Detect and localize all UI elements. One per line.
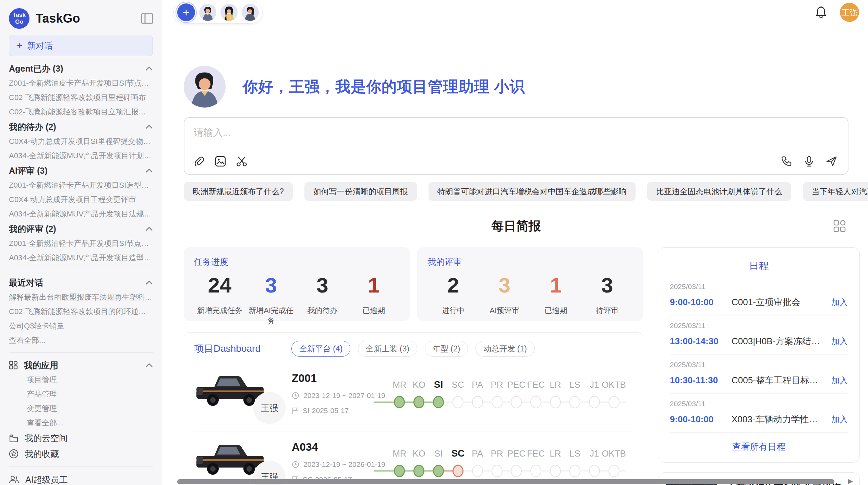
suggestion-chip[interactable]: 特朗普可能对进口汽车增税会对中国车企造成哪些影响 — [429, 182, 636, 201]
section-ai-review[interactable]: AI评审 (3) — [9, 163, 153, 178]
metric: 3 我的待办 — [297, 273, 348, 326]
join-link[interactable]: 加入 — [831, 297, 848, 308]
app-item[interactable]: 查看全部... — [9, 416, 153, 430]
milestone-label: KO — [409, 448, 429, 463]
milestone-dot — [453, 396, 463, 408]
sidebar-task-item[interactable]: C0X4-动力总成开发项目SI里程碑提交物检查 — [9, 134, 153, 149]
composer[interactable]: 请输入... — [184, 117, 848, 175]
sidebar-task-item[interactable]: Z001-全新燃油皮卡产品开发项目SI节点Lesson Learn报告 — [9, 76, 153, 90]
recent-chat-item[interactable]: C02-飞腾新能源轻客改款项目的闭环通告反馈情况 — [9, 304, 153, 319]
milestone: PR — [487, 379, 507, 410]
section-my-apps[interactable]: 我的应用 — [9, 358, 153, 373]
sidebar-item-ai-staff[interactable]: AI超级员工 — [9, 472, 153, 485]
app-item[interactable]: 变更管理 — [9, 401, 153, 416]
join-link[interactable]: 加入 — [831, 375, 848, 386]
dashboard-title: 项目Dashboard — [194, 342, 261, 355]
topbar: + 王强 — [162, 0, 868, 25]
milestone: PEC — [507, 448, 526, 479]
dashboard-tab[interactable]: 动总开发 (1) — [475, 341, 535, 357]
project-row-a034[interactable]: 王强 A034 2023-12-19 ~ 2026-01-19 SC-2025-… — [194, 432, 632, 485]
add-agent-button[interactable]: + — [177, 3, 195, 21]
suggestion-chip[interactable]: 比亚迪全固态电池计划具体说了什么 — [647, 182, 791, 201]
milestone-label: PR — [487, 448, 507, 463]
metric-label: 已逾期 — [530, 306, 582, 316]
sidebar-task-item[interactable]: C0X4-动力总成开发项目工程变更评审 — [9, 192, 153, 207]
metric-value: 1 — [348, 273, 399, 297]
section-my-todo[interactable]: 我的待办 (2) — [9, 119, 153, 134]
join-link[interactable]: 加入 — [831, 336, 848, 347]
milestone-dot — [550, 396, 561, 408]
metric: 1 已逾期 — [530, 273, 582, 316]
milestone-label: LS — [565, 379, 584, 394]
milestone-track: MR KO SI SC — [388, 379, 632, 410]
paperclip-icon[interactable] — [193, 156, 205, 167]
sidebar-task-item[interactable]: C02-飞腾新能源轻客改款项目里程碑画布 — [9, 90, 153, 105]
new-chat-button[interactable]: + 新对话 — [9, 35, 153, 56]
milestone-dot — [589, 396, 600, 408]
milestone-label: MR — [390, 379, 409, 394]
sidebar-task-item[interactable]: Z001-全新燃油轻卡产品开发项目SI造型提交物评审 — [9, 178, 153, 192]
dashboard-tab[interactable]: 全新平台 (4) — [291, 341, 351, 357]
milestone: PR — [487, 448, 507, 479]
app-item[interactable]: 项目管理 — [9, 373, 153, 387]
send-icon[interactable] — [826, 156, 837, 167]
milestone-label: PA — [468, 448, 487, 463]
metric-label: 我的待办 — [297, 306, 348, 316]
sidebar-item-favorites[interactable]: 我的收藏 — [9, 446, 153, 462]
image-icon[interactable] — [215, 156, 226, 167]
event-time: 9:00-10:00 — [670, 297, 732, 308]
dashboard-header: 项目Dashboard 全新平台 (4)全新上装 (3)年型 (2)动总开发 (… — [194, 341, 632, 357]
dashboard-tab[interactable]: 全新上装 (3) — [358, 341, 417, 357]
recent-chat-item[interactable]: 解释最新出台的欧盟报废车法规再生塑料比例被调至15%... — [9, 290, 153, 304]
milestone: KO — [409, 379, 429, 410]
dashboard-tab[interactable]: 年型 (2) — [425, 341, 468, 357]
agent-avatar-3[interactable] — [242, 4, 259, 21]
section-my-review[interactable]: 我的评审 (2) — [9, 221, 153, 236]
sidebar-task-item[interactable]: A034-全新新能源MUV产品开发项目计划变更表编写 — [9, 149, 153, 163]
section-agent-done[interactable]: Agent已办 (3) — [9, 61, 153, 76]
mic-icon[interactable] — [803, 156, 815, 167]
sidebar-task-item[interactable]: A034-全新新能源MUV产品开发项目法规符合性评审 — [9, 207, 153, 221]
scrollbar-arrow-icon[interactable]: ▶ — [848, 477, 853, 485]
scissors-icon[interactable] — [236, 156, 248, 167]
bell-icon[interactable] — [815, 6, 827, 19]
milestone-label: PA — [468, 379, 487, 394]
sidebar-toggle-icon[interactable] — [141, 13, 153, 24]
sidebar-task-item[interactable]: C02-飞腾新能源轻客改款项目立项汇报方案 — [9, 105, 153, 119]
recent-chat-item[interactable]: 查看全部... — [9, 333, 153, 348]
star-circle-icon — [9, 449, 19, 459]
metric-label: 新增AI完成任务 — [245, 306, 297, 326]
recent-chat-list: 解释最新出台的欧盟报废车法规再生塑料比例被调至15%...C02-飞腾新能源轻客… — [9, 290, 153, 348]
project-row-z001[interactable]: 王强 Z001 2023-12-19 ~ 2027-01-19 SI-2025-… — [194, 363, 632, 425]
chevron-up-icon — [145, 280, 153, 285]
suggestion-chip[interactable]: 欧洲新规最近颁布了什么? — [184, 182, 293, 201]
cloud-folder-icon — [9, 434, 19, 442]
daily-brief-title: 每日简报 — [492, 218, 541, 235]
view-all-schedule-link[interactable]: 查看所有日程 — [670, 433, 848, 459]
agent-done-list: Z001-全新燃油皮卡产品开发项目SI节点Lesson Learn报告C02-飞… — [9, 76, 153, 119]
app-logo: Task Go — [9, 8, 29, 29]
metric-value: 3 — [297, 273, 348, 297]
join-link[interactable]: 加入 — [831, 414, 848, 425]
logo-line2: Go — [15, 18, 23, 25]
suggestion-chip[interactable]: 如何写一份清晰的项目周报 — [304, 182, 417, 201]
sidebar-task-item[interactable]: A034-全新新能源MUV产品开发项目造型可行性评审 — [9, 251, 153, 265]
milestone-dot — [511, 465, 522, 477]
app-item[interactable]: 产品管理 — [9, 387, 153, 401]
user-avatar[interactable]: 王强 — [840, 3, 859, 22]
horizontal-scrollbar[interactable] — [177, 479, 834, 484]
agent-avatar-2[interactable] — [220, 4, 238, 21]
section-recent-chats[interactable]: 最近对话 — [9, 275, 153, 290]
sidebar-item-cloud-space[interactable]: 我的云空间 — [9, 430, 153, 446]
flag-icon — [292, 407, 299, 414]
suggestion-chip[interactable]: 当下年轻人对汽车外观有怎样的喜好趋势 — [803, 182, 868, 201]
layout-grid-icon[interactable] — [833, 219, 846, 233]
metric-value: 24 — [194, 273, 245, 297]
recent-chat-item[interactable]: 公司Q3轻卡销量 — [9, 319, 153, 333]
phone-icon[interactable] — [781, 156, 792, 167]
metric-label: 待评审 — [581, 306, 633, 316]
sidebar-task-item[interactable]: Z001-全新燃油轻卡产品开发项目SI节点属性5D文件评审 — [9, 236, 153, 251]
agent-avatar-1[interactable] — [199, 4, 216, 21]
apps-grid-icon — [9, 361, 18, 370]
project-dates: 2023-12-19 ~ 2027-01-19 — [292, 391, 388, 400]
